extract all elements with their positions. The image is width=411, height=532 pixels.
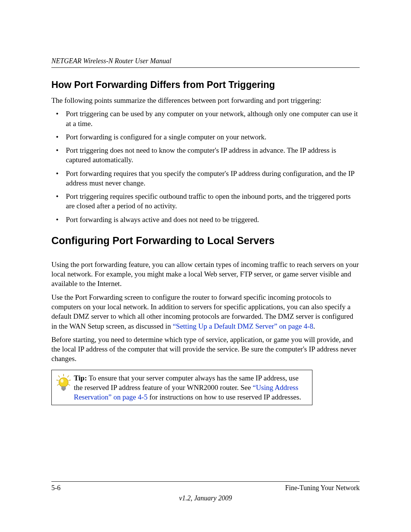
dmz-server-link[interactable]: “Setting Up a Default DMZ Server” on pag… (173, 322, 313, 330)
list-item: Port triggering does not need to know th… (51, 145, 360, 165)
svg-point-7 (59, 378, 68, 387)
section-heading-diff: How Port Forwarding Differs from Port Tr… (51, 79, 360, 90)
para2-text-after: . (313, 322, 315, 330)
tip-text-after: for instructions on how to use reserved … (148, 393, 301, 401)
diff-bullet-list: Port triggering can be used by any compu… (51, 109, 360, 224)
running-header: NETGEAR Wireless-N Router User Manual (51, 57, 360, 68)
section2-para3: Before starting, you need to determine w… (51, 335, 360, 364)
list-item: Port forwarding requires that you specif… (51, 169, 360, 188)
tip-body: Tip: To ensure that your server computer… (74, 370, 312, 405)
svg-rect-9 (62, 387, 65, 390)
page-footer: 5-6 Fine-Tuning Your Network v1.2, Janua… (51, 481, 360, 502)
svg-line-1 (58, 375, 60, 377)
list-item: Port forwarding is always active and doe… (51, 215, 360, 224)
list-item: Port triggering can be used by any compu… (51, 109, 360, 128)
svg-line-6 (68, 384, 70, 385)
svg-line-5 (57, 384, 59, 385)
section2-para1: Using the port forwarding feature, you c… (51, 260, 360, 289)
svg-point-8 (61, 379, 64, 383)
page-number: 5-6 (51, 484, 61, 492)
section2-para2: Use the Port Forwarding screen to config… (51, 292, 360, 331)
list-item: Port triggering requires specific outbou… (51, 192, 360, 211)
list-item: Port forwarding is configured for a sing… (51, 132, 360, 142)
tip-label: Tip: (74, 374, 87, 382)
chapter-heading-config: Configuring Port Forwarding to Local Ser… (51, 235, 360, 247)
tip-box: Tip: To ensure that your server computer… (51, 370, 312, 406)
svg-line-3 (56, 380, 59, 380)
chapter-title-footer: Fine-Tuning Your Network (285, 484, 360, 492)
svg-line-2 (67, 375, 69, 377)
svg-rect-12 (63, 390, 65, 391)
section1-intro: The following points summarize the diffe… (51, 96, 360, 105)
svg-line-4 (68, 380, 71, 380)
lightbulb-icon (52, 370, 74, 396)
version-footer: v1.2, January 2009 (51, 494, 360, 502)
